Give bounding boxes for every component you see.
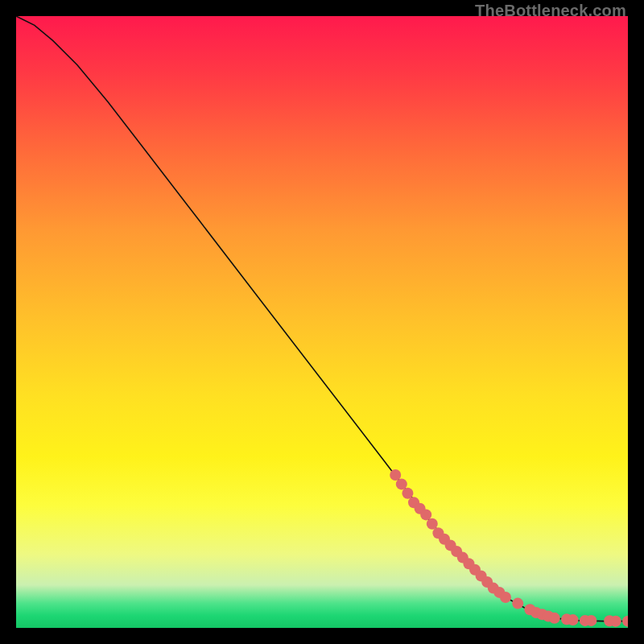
highlight-point — [427, 518, 438, 530]
highlight-point — [451, 546, 462, 557]
highlight-point — [457, 552, 469, 564]
highlight-point — [469, 564, 481, 576]
highlight-point — [488, 583, 499, 594]
highlight-point — [463, 558, 474, 569]
highlight-point — [402, 488, 413, 499]
plot-area — [16, 16, 628, 628]
highlight-point — [622, 616, 628, 627]
highlight-point — [500, 592, 511, 603]
watermark-text: TheBottleneck.com — [475, 2, 626, 20]
highlight-point — [604, 615, 615, 626]
highlight-point — [439, 534, 450, 545]
highlight-point — [561, 613, 572, 625]
highlight-point — [585, 615, 597, 626]
highlight-point — [390, 469, 401, 481]
highlight-point — [530, 607, 542, 618]
highlight-point — [524, 604, 535, 615]
bottleneck-curve — [16, 16, 628, 621]
highlight-point — [445, 539, 456, 551]
highlight-point — [408, 497, 419, 508]
highlight-point — [493, 587, 505, 598]
highlight-point — [549, 613, 560, 624]
highlight-point — [415, 503, 426, 514]
highlight-point — [537, 609, 548, 620]
marker-layer — [16, 16, 628, 628]
highlight-point — [420, 509, 431, 520]
highlight-point — [580, 615, 591, 626]
highlight-point — [432, 527, 444, 539]
highlight-point — [512, 598, 523, 609]
highlight-point — [610, 616, 621, 627]
highlight-point — [476, 570, 487, 581]
highlight-point — [481, 576, 493, 588]
highlight-points — [390, 469, 628, 627]
highlight-point — [396, 478, 407, 489]
highlight-point — [568, 614, 579, 625]
curve-layer — [16, 16, 628, 628]
highlight-point — [543, 611, 554, 622]
chart-container: TheBottleneck.com — [0, 0, 644, 644]
